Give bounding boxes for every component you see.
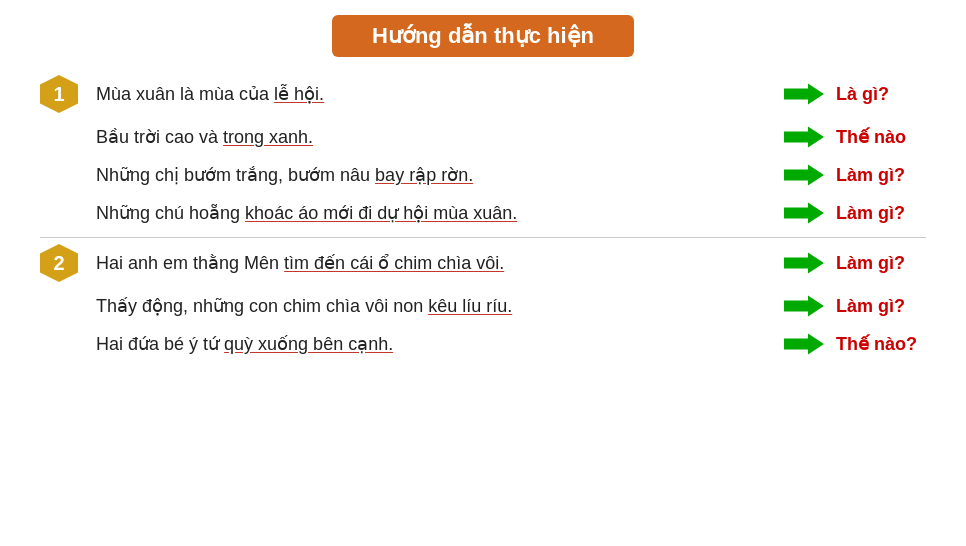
list-item: Bầu trời cao và trong xanh. Thế nào bbox=[40, 123, 926, 151]
question-label: Thế nào bbox=[836, 126, 926, 148]
underlined-part: tìm đến cái ổ chim chìa vôi. bbox=[284, 253, 504, 273]
list-item: 2Hai anh em thằng Mên tìm đến cái ổ chim… bbox=[40, 244, 926, 282]
svg-marker-3 bbox=[784, 203, 824, 224]
arrow-icon bbox=[784, 330, 824, 358]
svg-marker-2 bbox=[784, 165, 824, 186]
number-badge: 1 bbox=[40, 75, 78, 113]
underlined-part: kêu líu ríu. bbox=[428, 296, 512, 316]
arrow-icon bbox=[784, 161, 824, 189]
arrow-icon bbox=[784, 80, 824, 108]
list-item: Hai đứa bé ý tứ quỳ xuống bên cạnh. Thế … bbox=[40, 330, 926, 358]
page-title: Hướng dẫn thực hiện bbox=[332, 15, 634, 57]
sentence-text: Những chị bướm trắng, bướm nâu bay rập r… bbox=[96, 164, 772, 186]
content-area: 1Mùa xuân là mùa của lễ hội. Là gì?Bầu t… bbox=[20, 75, 946, 358]
question-label: Làm gì? bbox=[836, 253, 926, 274]
underlined-part: khoác áo mới đi dự hội mùa xuân. bbox=[245, 203, 517, 223]
svg-marker-1 bbox=[784, 127, 824, 148]
sentence-text: Mùa xuân là mùa của lễ hội. bbox=[96, 83, 772, 105]
list-item: Những chú hoẵng khoác áo mới đi dự hội m… bbox=[40, 199, 926, 227]
question-label: Là gì? bbox=[836, 84, 926, 105]
list-item: 1Mùa xuân là mùa của lễ hội. Là gì? bbox=[40, 75, 926, 113]
question-label: Thế nào? bbox=[836, 333, 926, 355]
sentence-text: Hai anh em thằng Mên tìm đến cái ổ chim … bbox=[96, 252, 772, 274]
sentence-text: Bầu trời cao và trong xanh. bbox=[96, 126, 772, 148]
arrow-icon bbox=[784, 199, 824, 227]
arrow-icon bbox=[784, 123, 824, 151]
underlined-part: bay rập rờn. bbox=[375, 165, 473, 185]
arrow-icon bbox=[784, 292, 824, 320]
sentence-text: Những chú hoẵng khoác áo mới đi dự hội m… bbox=[96, 202, 772, 224]
sentence-text: Hai đứa bé ý tứ quỳ xuống bên cạnh. bbox=[96, 333, 772, 355]
question-label: Làm gì? bbox=[836, 165, 926, 186]
header-area: Hướng dẫn thực hiện bbox=[20, 15, 946, 57]
svg-marker-0 bbox=[784, 84, 824, 105]
number-badge: 2 bbox=[40, 244, 78, 282]
list-item: Những chị bướm trắng, bướm nâu bay rập r… bbox=[40, 161, 926, 189]
underlined-part: trong xanh. bbox=[223, 127, 313, 147]
question-label: Làm gì? bbox=[836, 296, 926, 317]
list-item: Thấy động, những con chim chìa vôi non k… bbox=[40, 292, 926, 320]
svg-marker-4 bbox=[784, 253, 824, 274]
page-container: Hướng dẫn thực hiện 1Mùa xuân là mùa của… bbox=[0, 0, 966, 546]
question-label: Làm gì? bbox=[836, 203, 926, 224]
svg-marker-6 bbox=[784, 334, 824, 355]
underlined-part: quỳ xuống bên cạnh. bbox=[224, 334, 393, 354]
section-divider bbox=[40, 237, 926, 238]
arrow-icon bbox=[784, 249, 824, 277]
sentence-text: Thấy động, những con chim chìa vôi non k… bbox=[96, 295, 772, 317]
svg-marker-5 bbox=[784, 296, 824, 317]
underlined-part: lễ hội. bbox=[274, 84, 324, 104]
